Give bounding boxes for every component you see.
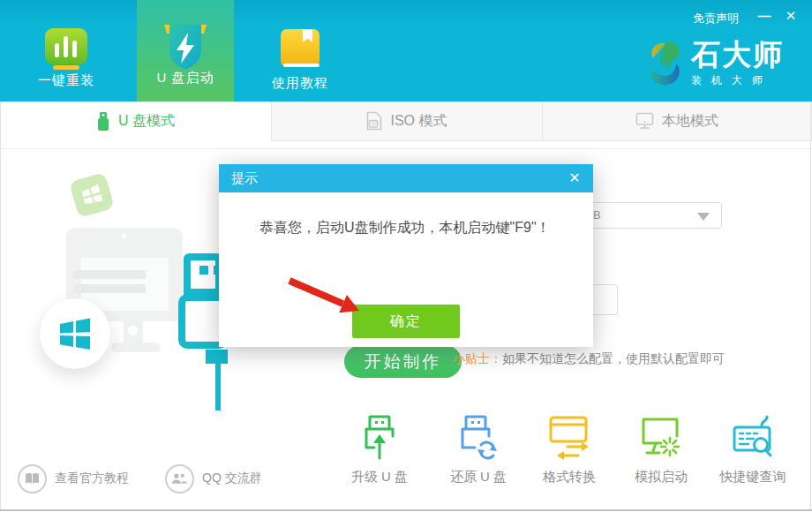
tab-underline bbox=[53, 65, 79, 70]
usb-cable bbox=[215, 363, 221, 410]
tab-label: ISO 模式 bbox=[390, 112, 447, 131]
windows-logo-badge bbox=[40, 298, 110, 369]
tool-hotkey-lookup[interactable]: 快捷键查询 bbox=[709, 415, 797, 486]
content-divider bbox=[0, 148, 812, 149]
link-label: 查看官方教程 bbox=[55, 471, 129, 486]
tip-label: 小贴士： bbox=[453, 351, 502, 365]
brand-tagline: 装机大师 bbox=[691, 73, 784, 88]
dialog-ok-button[interactable]: 确定 bbox=[352, 305, 460, 338]
tip-text: 如果不知道怎么配置，使用默认配置即可 bbox=[502, 351, 725, 365]
qq-group-link[interactable]: QQ 交流群 bbox=[165, 463, 262, 494]
chevron-down-icon bbox=[697, 213, 710, 221]
tab-local-mode[interactable]: 本地模式 bbox=[542, 102, 812, 141]
link-label: QQ 交流群 bbox=[202, 471, 262, 486]
main-nav: 一键重装 U 盘启动 bbox=[0, 0, 349, 102]
dialog-message: 恭喜您，启动U盘制作成功，本机启动键"F9"！ bbox=[259, 219, 551, 237]
brand-logo: 石大师 装机大师 bbox=[647, 39, 784, 88]
usb-restore-icon bbox=[457, 415, 500, 461]
usb-upgrade-icon bbox=[358, 415, 401, 461]
brand-name: 石大师 bbox=[691, 39, 784, 71]
tool-label: 还原 U 盘 bbox=[434, 469, 523, 486]
dialog-title: 提示 bbox=[231, 170, 258, 187]
monitor-base bbox=[111, 343, 161, 352]
app-window: 一键重装 U 盘启动 bbox=[0, 0, 812, 512]
iso-file-icon: ISO bbox=[366, 111, 382, 131]
tool-label: 升级 U 盘 bbox=[335, 469, 424, 486]
official-tutorial-link[interactable]: 查看官方教程 bbox=[18, 463, 129, 494]
tab-usb-mode[interactable]: U 盘模式 bbox=[0, 102, 271, 141]
shield-lightning-icon bbox=[162, 23, 209, 67]
nav-tab-label: 一键重装 bbox=[38, 72, 94, 89]
monitor-stand bbox=[124, 321, 143, 344]
tool-label: 模拟启动 bbox=[617, 469, 705, 486]
window-left-border bbox=[0, 102, 1, 509]
tool-label: 格式转换 bbox=[525, 469, 613, 486]
tab-label: U 盘模式 bbox=[118, 112, 175, 131]
hotkey-search-icon bbox=[732, 415, 774, 461]
window-right-border bbox=[810, 102, 811, 509]
monitor-icon bbox=[635, 112, 654, 130]
simulate-boot-icon bbox=[640, 415, 682, 461]
usb-drive-icon bbox=[96, 111, 110, 132]
format-convert-icon bbox=[548, 415, 590, 461]
disclaimer-link[interactable]: 免责声明 bbox=[693, 11, 739, 26]
open-book-icon bbox=[18, 464, 47, 493]
tool-format-convert[interactable]: 格式转换 bbox=[525, 415, 613, 486]
usb-cable-connector bbox=[206, 350, 228, 364]
nav-tab-tutorial[interactable]: 使用教程 bbox=[252, 0, 349, 102]
window-bottom-border bbox=[0, 509, 812, 511]
nav-tab-reinstall[interactable]: 一键重装 bbox=[18, 0, 115, 102]
tool-restore-usb[interactable]: 还原 U 盘 bbox=[434, 415, 523, 486]
mode-tabbar: U 盘模式 ISO ISO 模式 本地模式 bbox=[0, 102, 812, 141]
minimize-button[interactable]: — bbox=[754, 5, 775, 26]
tab-label: 本地模式 bbox=[662, 112, 718, 131]
dialog-close-icon[interactable]: ✕ bbox=[565, 169, 584, 188]
tool-upgrade-usb[interactable]: 升级 U 盘 bbox=[335, 415, 424, 486]
success-dialog: 提示 ✕ 恭喜您，启动U盘制作成功，本机启动键"F9"！ 确定 bbox=[219, 164, 593, 347]
book-icon bbox=[278, 28, 322, 72]
usb-plug-pin bbox=[199, 266, 208, 275]
header: 一键重装 U 盘启动 bbox=[0, 0, 812, 102]
start-create-button[interactable]: 开始制作 bbox=[344, 345, 462, 378]
dialog-titlebar: 提示 ✕ bbox=[219, 164, 593, 192]
nav-tab-usb-boot-active[interactable]: U 盘启动 bbox=[137, 0, 234, 102]
windows-tile-illustration bbox=[69, 172, 115, 218]
people-group-icon bbox=[165, 464, 194, 493]
tool-simulate-boot[interactable]: 模拟启动 bbox=[617, 415, 705, 486]
brand-text: 石大师 装机大师 bbox=[691, 39, 784, 88]
close-button[interactable]: ✕ bbox=[780, 5, 801, 26]
tab-iso-mode[interactable]: ISO ISO 模式 bbox=[271, 102, 542, 141]
svg-text:ISO: ISO bbox=[371, 121, 379, 126]
usb-plug-illustration bbox=[184, 253, 222, 296]
tool-label: 快捷键查询 bbox=[709, 469, 797, 486]
nav-tab-label: 使用教程 bbox=[272, 75, 328, 92]
brand-logo-mark bbox=[647, 39, 682, 88]
tip-line: 小贴士：如果不知道怎么配置，使用默认配置即可 bbox=[453, 351, 725, 367]
nav-tab-label: U 盘启动 bbox=[157, 70, 214, 87]
usb-drive-select-value: B bbox=[593, 208, 601, 222]
